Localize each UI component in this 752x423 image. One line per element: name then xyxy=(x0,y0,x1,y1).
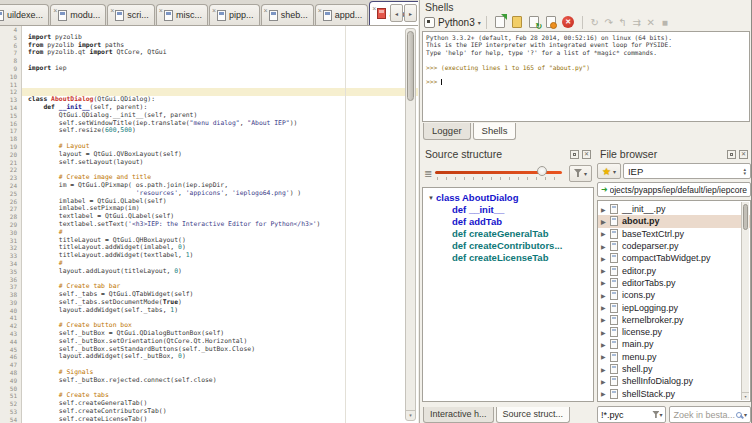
code-line-21[interactable]: 21 self.setLayout(layout) xyxy=(0,159,418,167)
bookmarks-button[interactable]: ★ ▾ xyxy=(597,163,621,179)
expander-icon[interactable]: ▶ xyxy=(601,255,610,262)
tab-scroll-left-button[interactable]: ◂ xyxy=(390,4,403,22)
editor-tab-appd[interactable]: ×appd... xyxy=(315,4,369,25)
source-item[interactable]: def createContributors... xyxy=(425,240,591,252)
file-row[interactable]: ▶shell.py xyxy=(598,363,750,375)
filename-filter-input[interactable]: !*.pyc ▾ xyxy=(597,406,666,423)
python-file-icon xyxy=(610,376,618,386)
tab-scroll-right-button[interactable]: ▸ xyxy=(404,4,417,22)
code-line-54[interactable]: 54 self.createLicenseTab() xyxy=(0,416,418,423)
code-line-7[interactable]: 7from pyzolib.qt import QtCore, QtGui xyxy=(0,49,418,57)
editor-scrollbar[interactable]: ▾ xyxy=(405,28,416,421)
close-panel-icon[interactable]: ✕ xyxy=(582,150,591,159)
code-line-46[interactable]: 46 layout.addWidget(self._butBox, 0) xyxy=(0,353,418,361)
file-list-scrollbar-thumb[interactable] xyxy=(743,204,748,230)
source-item[interactable]: def __init__ xyxy=(425,204,591,216)
expander-icon[interactable]: ▶ xyxy=(601,390,610,397)
expander-icon[interactable]: ▼ xyxy=(428,195,434,201)
tab-close-icon[interactable]: × xyxy=(212,7,216,14)
code-line-35[interactable]: 35 layout.addLayout(titleLayout, 0) xyxy=(0,268,418,276)
file-row[interactable]: ▶shellInfoDialog.py xyxy=(598,375,750,387)
editor-tab-misc[interactable]: ×misc... xyxy=(156,4,208,25)
source-structure-title: Source structure xyxy=(425,148,502,160)
structure-filter-button[interactable]: ▾ xyxy=(569,165,592,182)
file-row[interactable]: ▶about.py xyxy=(598,215,750,227)
editor-tab-uildexe[interactable]: ×uildexe... xyxy=(0,4,49,25)
tab-close-icon[interactable]: × xyxy=(53,7,57,14)
search-in-files-input[interactable]: Zoek in besta... ▾ xyxy=(669,406,751,423)
path-field[interactable]: ➜ projects/pyapps/iep/default/iep/iepcor… xyxy=(597,182,751,197)
file-row[interactable]: ▶menu.py xyxy=(598,351,750,363)
expander-icon[interactable]: ▶ xyxy=(601,329,610,336)
expander-icon[interactable]: ▶ xyxy=(601,353,610,360)
file-row[interactable]: ▶__init__.py xyxy=(598,203,750,215)
code-line-40[interactable]: 40 layout.addWidget(self._tabs, 1) xyxy=(0,307,418,315)
file-row[interactable]: ▶shellStack.py xyxy=(598,387,750,399)
editor-tab-sheb[interactable]: ×sheb... xyxy=(261,4,314,25)
depth-slider-handle[interactable] xyxy=(537,166,547,176)
file-row[interactable]: ▶baseTextCtrl.py xyxy=(598,228,750,240)
file-row[interactable]: ▶kernelbroker.py xyxy=(598,314,750,326)
expander-icon[interactable]: ▶ xyxy=(601,267,610,274)
tab-logger[interactable]: Logger xyxy=(423,123,471,140)
file-row[interactable]: ▶splash.py xyxy=(598,400,750,402)
editor-scrollbar-step-icon[interactable]: ▾ xyxy=(406,410,415,419)
file-list-scrollbar-step-icon[interactable]: ▾ xyxy=(742,392,749,400)
tab-sourcestruct[interactable]: Source struct... xyxy=(496,407,571,423)
file-row[interactable]: ▶editor.py xyxy=(598,264,750,276)
file-row[interactable]: ▶compactTabWidget.py xyxy=(598,252,750,264)
code-line-10[interactable]: 10 xyxy=(0,73,418,81)
source-item[interactable]: def addTab xyxy=(425,216,591,228)
file-row[interactable]: ▶main.py xyxy=(598,338,750,350)
expander-icon[interactable]: ▶ xyxy=(601,304,610,311)
float-panel-icon[interactable] xyxy=(570,150,579,159)
source-item[interactable]: def createGeneralTab xyxy=(425,228,591,240)
expander-icon[interactable]: ▶ xyxy=(601,218,610,225)
source-item[interactable]: ▼class AboutDialog xyxy=(425,192,591,204)
editor-tab-pipp[interactable]: ×pipp... xyxy=(209,4,260,25)
restart-shell-button[interactable] xyxy=(526,15,543,30)
file-row[interactable]: ▶iepLogging.py xyxy=(598,301,750,313)
depth-slider[interactable] xyxy=(435,166,566,180)
new-shell-config-button[interactable] xyxy=(492,15,509,30)
tab-close-icon[interactable]: × xyxy=(264,7,268,14)
expander-icon[interactable]: ▶ xyxy=(601,366,610,373)
clear-screen-button[interactable] xyxy=(509,15,526,30)
expander-icon[interactable]: ▶ xyxy=(601,206,610,213)
expander-icon[interactable]: ▶ xyxy=(601,341,610,348)
code-line-9[interactable]: 9import iep xyxy=(0,65,418,73)
close-panel-icon[interactable]: ✕ xyxy=(739,150,748,159)
expander-icon[interactable]: ▶ xyxy=(601,378,610,385)
code-line-49[interactable]: 49 self._butBox.rejected.connect(self.cl… xyxy=(0,377,418,385)
shell-output[interactable]: Python 3.3.2+ (default, Feb 28 2014, 00:… xyxy=(422,31,750,122)
tab-close-icon[interactable]: × xyxy=(110,7,114,14)
file-list-scrollbar[interactable]: ▾ xyxy=(741,202,749,400)
shell-selector-label: Python3 xyxy=(438,17,475,28)
tab-shells[interactable]: Shells xyxy=(473,123,517,140)
file-row[interactable]: ▶license.py xyxy=(598,326,750,338)
close-shell-button[interactable]: ✕ xyxy=(560,15,577,30)
expander-icon[interactable]: ▶ xyxy=(601,316,610,323)
file-row[interactable]: ▶codeparser.py xyxy=(598,240,750,252)
code-line-11[interactable]: 11 xyxy=(0,81,418,89)
float-panel-icon[interactable] xyxy=(727,150,736,159)
source-item[interactable]: def createLicenseTab xyxy=(425,252,591,264)
project-select[interactable]: IEP ▴▾ xyxy=(623,163,751,179)
tab-close-icon[interactable]: × xyxy=(372,5,376,12)
editor-tab-scri[interactable]: ×scri... xyxy=(107,4,155,25)
editor-tab-modu[interactable]: ×modu... xyxy=(50,4,106,25)
expander-icon[interactable]: ▶ xyxy=(601,243,610,250)
tab-interactiveh[interactable]: Interactive h... xyxy=(423,407,494,423)
terminate-shell-button[interactable] xyxy=(543,15,560,30)
file-row[interactable]: ▶icons.py xyxy=(598,289,750,301)
tab-close-icon[interactable]: × xyxy=(159,7,163,14)
editor-scrollbar-thumb[interactable] xyxy=(407,31,414,101)
expander-icon[interactable]: ▶ xyxy=(601,230,610,237)
code-line-17[interactable]: 17 self.resize(600,500) xyxy=(0,127,418,135)
shell-selector[interactable]: Python3 ▾ xyxy=(424,17,481,28)
file-row[interactable]: ▶editorTabs.py xyxy=(598,277,750,289)
expander-icon[interactable]: ▶ xyxy=(601,292,610,299)
tab-close-icon[interactable]: × xyxy=(318,7,322,14)
code-editor[interactable]: 45import pyzolib6from pyzolib import pat… xyxy=(0,26,418,423)
expander-icon[interactable]: ▶ xyxy=(601,279,610,286)
